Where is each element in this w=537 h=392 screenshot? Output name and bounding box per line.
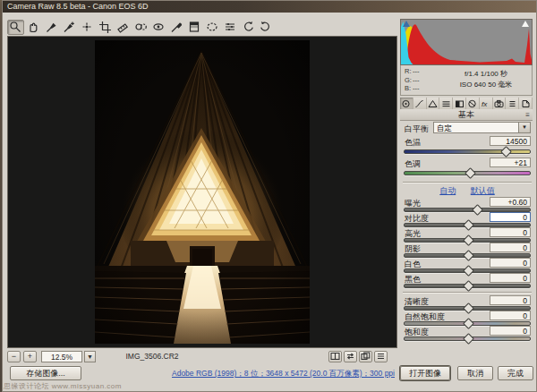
crop-tool-button[interactable] xyxy=(97,20,114,35)
straighten-tool-button[interactable] xyxy=(115,20,132,35)
image-info-box: R:--- G:--- B:--- f/1.4 1/100 秒 ISO 640 … xyxy=(400,65,533,96)
clarity-value[interactable]: 0 xyxy=(490,295,531,305)
b-value: --- xyxy=(413,84,420,92)
default-link[interactable]: 默认值 xyxy=(471,186,495,195)
highlights-value[interactable]: 0 xyxy=(490,227,531,237)
hand-icon xyxy=(27,21,40,33)
panel-header: 基本 ≡ xyxy=(400,109,533,121)
radial-filter-tool-button[interactable] xyxy=(204,20,221,35)
panel-flyout-menu-icon[interactable]: ≡ xyxy=(525,111,530,119)
red-eye-removal-tool-button[interactable] xyxy=(150,20,167,35)
tint-value[interactable]: +21 xyxy=(490,158,531,167)
shadows-value[interactable]: 0 xyxy=(490,243,531,252)
tab-lens-corrections[interactable] xyxy=(466,98,480,109)
split-preview-icon xyxy=(330,352,340,361)
lens-icon xyxy=(467,99,477,108)
shadow-clipping-warning-button[interactable] xyxy=(403,21,411,28)
tab-split-toning[interactable] xyxy=(453,98,466,109)
tone-curve-icon xyxy=(414,99,424,108)
panel-tabs: fx xyxy=(400,98,533,110)
temperature-label: 色温 xyxy=(405,137,421,149)
copy-settings-button[interactable] xyxy=(359,351,372,362)
tab-hsl-grayscale[interactable] xyxy=(439,98,453,109)
histogram xyxy=(400,19,533,65)
hsl-bars-icon xyxy=(441,99,451,108)
basic-aperture-icon xyxy=(401,99,411,108)
tab-snapshots[interactable] xyxy=(519,98,533,109)
fx-icon: fx xyxy=(481,99,490,108)
g-value: --- xyxy=(413,76,420,84)
screen: Camera Raw 8.5 beta - Canon EOS 6D xyxy=(0,0,537,392)
window-title: Camera Raw 8.5 beta - Canon EOS 6D xyxy=(7,2,149,11)
whites-value[interactable]: 0 xyxy=(490,258,531,268)
photo-church-interior xyxy=(95,40,310,344)
contrast-value[interactable]: 0 xyxy=(490,212,531,222)
exif-iso-focal: ISO 640 50 毫米 xyxy=(442,80,530,90)
save-image-button[interactable]: 存储图像... xyxy=(10,366,81,380)
tint-slider-thumb[interactable] xyxy=(465,167,476,179)
zoom-tool-button[interactable] xyxy=(7,20,24,35)
rotate-left-button[interactable] xyxy=(240,20,257,35)
preview-controls xyxy=(328,351,388,362)
rotate-cw-icon xyxy=(260,21,273,33)
image-preview-canvas[interactable] xyxy=(7,36,397,348)
contrast-row: 对比度 0 xyxy=(399,213,535,228)
ruler-icon xyxy=(116,21,130,33)
magnifier-icon xyxy=(9,21,22,33)
saturation-slider[interactable] xyxy=(404,337,531,341)
graduated-filter-icon xyxy=(188,21,201,33)
temperature-slider-thumb[interactable] xyxy=(500,146,512,158)
tab-presets[interactable] xyxy=(506,98,519,109)
vibrance-value[interactable]: 0 xyxy=(490,311,531,320)
blacks-slider[interactable] xyxy=(404,284,531,288)
auto-default-links: 自动 默认值 xyxy=(399,185,535,197)
temperature-slider[interactable] xyxy=(404,149,531,154)
histogram-plot xyxy=(401,20,532,64)
blacks-slider-thumb[interactable] xyxy=(463,280,474,292)
auto-link[interactable]: 自动 xyxy=(439,186,456,195)
divider xyxy=(403,292,532,294)
status-bar: − + 12.5% ▼ IMG_3506.CR2 xyxy=(4,349,398,363)
highlight-clipping-warning-button[interactable] xyxy=(522,21,530,28)
preview-menu-button[interactable] xyxy=(374,351,388,362)
saturation-value[interactable]: 0 xyxy=(490,326,531,336)
graduated-filter-tool-button[interactable] xyxy=(186,20,203,35)
shadows-row: 阴影 0 xyxy=(399,243,535,259)
swap-before-after-button[interactable] xyxy=(344,351,357,362)
clarity-row: 清晰度 0 xyxy=(399,296,535,311)
white-balance-label: 白平衡 xyxy=(405,124,429,135)
adjustment-brush-tool-button[interactable] xyxy=(168,20,185,35)
dialog-content: − + 12.5% ▼ IMG_3506.CR2 存储图像... Adobe R… xyxy=(3,13,536,391)
highlight-clipping-triangle-icon xyxy=(522,21,529,27)
tab-tone-curve[interactable] xyxy=(413,98,427,109)
spot-removal-tool-button[interactable] xyxy=(132,20,149,35)
radial-filter-icon xyxy=(206,21,219,33)
tint-slider[interactable] xyxy=(404,171,531,175)
targeted-adjustment-tool-button[interactable] xyxy=(79,20,96,35)
white-balance-select[interactable]: 自定 ▼ xyxy=(433,122,531,133)
white-balance-value: 自定 xyxy=(437,124,452,132)
tab-camera-calibration[interactable] xyxy=(493,98,507,109)
shadow-clipping-triangle-icon xyxy=(403,21,410,27)
exposure-value[interactable]: +0.60 xyxy=(490,197,531,207)
presets-list-icon xyxy=(507,99,517,108)
saturation-slider-thumb[interactable] xyxy=(463,333,474,345)
title-bar[interactable]: Camera Raw 8.5 beta - Canon EOS 6D xyxy=(3,1,536,13)
color-sampler-tool-button[interactable] xyxy=(61,20,78,35)
hand-tool-button[interactable] xyxy=(25,20,42,35)
rotate-right-button[interactable] xyxy=(258,20,275,35)
crop-icon xyxy=(98,21,112,33)
workflow-options-link[interactable]: Adobe RGB (1998)；8 位；3648 x 5472 (20.0 百… xyxy=(83,369,395,379)
r-value: --- xyxy=(413,67,420,75)
tab-detail[interactable] xyxy=(427,98,440,109)
temperature-value[interactable]: 14500 xyxy=(490,136,531,146)
brush-icon xyxy=(170,21,183,33)
white-balance-tool-button[interactable] xyxy=(43,20,60,35)
tab-effects[interactable]: fx xyxy=(480,98,493,109)
menu-lines-icon xyxy=(376,352,386,361)
tab-basic[interactable] xyxy=(400,98,413,109)
exif-aperture-shutter: f/1.4 1/100 秒 xyxy=(442,69,530,80)
preview-mode-button[interactable] xyxy=(328,351,342,362)
blacks-value[interactable]: 0 xyxy=(490,273,531,283)
preferences-button[interactable] xyxy=(222,20,239,35)
